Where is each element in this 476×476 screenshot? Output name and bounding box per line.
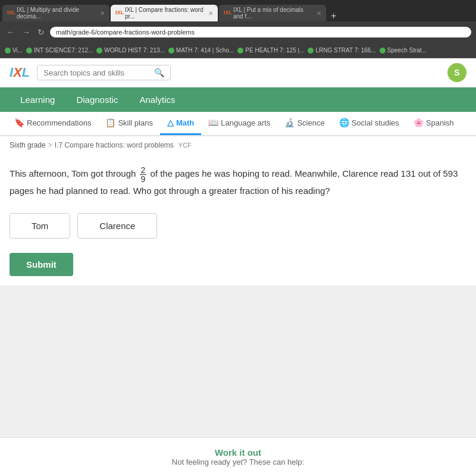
tab-spanish[interactable]: 🌸 Spanish	[406, 112, 461, 135]
breadcrumb-code: YCF	[178, 142, 192, 149]
tab-2-favicon: IXL	[115, 10, 123, 17]
tab-social-studies-label: Social studies	[352, 118, 399, 127]
social-studies-icon: 🌐	[339, 118, 349, 127]
nav-diagnostic[interactable]: Diagnostic	[65, 87, 129, 112]
tab-social-studies[interactable]: 🌐 Social studies	[332, 112, 406, 135]
ixl-header: I X L 🔍 S	[0, 58, 476, 87]
question-text-before: This afternoon, Tom got through	[10, 168, 136, 178]
bookmark-lrng-icon	[308, 48, 314, 54]
nav-analytics[interactable]: Analytics	[129, 87, 186, 112]
bottom-section: Work it out Not feeling ready yet? These…	[0, 437, 476, 476]
tab-1[interactable]: IXL IXL | Multiply and divide decima... …	[2, 5, 109, 21]
bookmark-speech-label: Speech Strat...	[387, 47, 427, 54]
bookmark-vi-label: Vi...	[12, 47, 23, 54]
bookmark-speech[interactable]: Speech Strat...	[380, 47, 427, 54]
bookmark-vi-icon	[5, 48, 11, 54]
tab-language-arts-label: Language arts	[221, 118, 270, 127]
screen: IXL IXL | Multiply and divide decima... …	[0, 0, 476, 476]
ixl-app: I X L 🔍 S Learning Diagnostic Analytics …	[0, 58, 476, 286]
tab-3[interactable]: IXL IXL | Put a mix of decimals and f...…	[219, 5, 326, 21]
language-arts-icon: 📖	[208, 118, 218, 127]
tab-3-close[interactable]: ✕	[317, 10, 321, 17]
breadcrumb: Sixth grade > I.7 Compare fractions: wor…	[0, 136, 476, 154]
main-nav: Learning Diagnostic Analytics	[0, 87, 476, 112]
answer-choices: Tom Clarence	[10, 213, 466, 239]
tab-skill-plans-label: Skill plans	[118, 118, 153, 127]
tab-skill-plans[interactable]: 📋 Skill plans	[98, 112, 160, 135]
spanish-icon: 🌸	[414, 118, 424, 127]
address-bar[interactable]: math/grade-6/compare-fractions-word-prob…	[50, 27, 471, 37]
tab-science-label: Science	[297, 118, 324, 127]
answer-tom[interactable]: Tom	[10, 213, 70, 239]
bookmark-world-hist-label: WORLD HIST 7: 213...	[104, 47, 165, 54]
tab-math-label: Math	[176, 118, 194, 127]
bookmark-speech-icon	[380, 48, 386, 54]
bookmark-int-sci-icon	[26, 48, 32, 54]
work-it-out-link[interactable]: Work it out	[10, 447, 466, 458]
tab-recommendations-label: Recommendations	[27, 118, 91, 127]
tab-science[interactable]: 🔬 Science	[277, 112, 331, 135]
math-icon: △	[167, 118, 174, 127]
breadcrumb-separator: >	[48, 141, 52, 149]
refresh-button[interactable]: ↻	[36, 27, 46, 37]
tab-3-label: IXL | Put a mix of decimals and f...	[233, 7, 312, 20]
address-bar-row: ← → ↻ math/grade-6/compare-fractions-wor…	[0, 21, 476, 43]
nav-learning[interactable]: Learning	[10, 87, 65, 112]
not-ready-text: Not feeling ready yet? These can help:	[10, 458, 466, 466]
forward-button[interactable]: →	[20, 27, 32, 37]
back-button[interactable]: ←	[5, 27, 17, 37]
tab-1-label: IXL | Multiply and divide decima...	[17, 7, 95, 20]
search-input[interactable]	[43, 68, 151, 77]
fraction-denominator: 9	[140, 175, 147, 183]
bookmark-math-icon	[168, 48, 174, 54]
tab-1-favicon: IXL	[7, 10, 14, 17]
tab-math[interactable]: △ Math	[160, 112, 201, 135]
tab-recommendations[interactable]: 🔖 Recommendations	[7, 112, 98, 135]
tab-3-favicon: IXL	[224, 10, 231, 17]
question-text: This afternoon, Tom got through 2 9 of t…	[10, 166, 466, 199]
tab-2[interactable]: IXL IXL | Compare fractions: word pr... …	[111, 5, 218, 21]
question-fraction: 2 9	[140, 166, 147, 183]
avatar: S	[447, 63, 466, 82]
tab-bar: IXL IXL | Multiply and divide decima... …	[0, 0, 476, 21]
question-area: This afternoon, Tom got through 2 9 of t…	[0, 154, 476, 286]
search-icon: 🔍	[154, 68, 164, 77]
bookmark-math[interactable]: MATH 7: 414 | Scho...	[168, 47, 234, 54]
bookmark-math-label: MATH 7: 414 | Scho...	[176, 47, 234, 54]
tab-2-label: IXL | Compare fractions: word pr...	[125, 7, 203, 20]
skill-plans-icon: 📋	[105, 118, 115, 127]
bookmark-vi[interactable]: Vi...	[5, 47, 23, 54]
tab-language-arts[interactable]: 📖 Language arts	[201, 112, 277, 135]
bookmark-lrng-label: LRNG STRAT 7: 166...	[315, 47, 375, 54]
answer-clarence[interactable]: Clarence	[77, 213, 157, 239]
browser-chrome: IXL IXL | Multiply and divide decima... …	[0, 0, 476, 58]
bookmark-pe[interactable]: PE HEALTH 7: 125 |...	[237, 47, 304, 54]
logo-l: L	[22, 65, 30, 80]
bookmark-world-hist-icon	[96, 48, 102, 54]
search-bar[interactable]: 🔍	[37, 65, 171, 80]
recommendations-icon: 🔖	[14, 118, 24, 127]
bookmarks-bar: Vi... INT SCIENCE7: 212... WORLD HIST 7:…	[0, 43, 476, 58]
tab-spanish-label: Spanish	[426, 118, 454, 127]
bookmark-lrng[interactable]: LRNG STRAT 7: 166...	[308, 47, 375, 54]
bookmark-int-sci[interactable]: INT SCIENCE7: 212...	[26, 47, 93, 54]
bookmark-int-sci-label: INT SCIENCE7: 212...	[34, 47, 93, 54]
tab-1-close[interactable]: ✕	[100, 10, 105, 17]
subject-tabs: 🔖 Recommendations 📋 Skill plans △ Math 📖…	[0, 112, 476, 136]
logo-x: X	[13, 65, 22, 80]
bookmark-pe-icon	[237, 48, 243, 54]
fraction-numerator: 2	[140, 166, 147, 175]
tab-2-close[interactable]: ✕	[208, 10, 213, 17]
science-icon: 🔬	[284, 118, 295, 127]
breadcrumb-lesson: I.7 Compare fractions: word problems	[55, 141, 174, 149]
bookmark-world-hist[interactable]: WORLD HIST 7: 213...	[96, 47, 165, 54]
bookmark-pe-label: PE HEALTH 7: 125 |...	[245, 47, 304, 54]
breadcrumb-grade[interactable]: Sixth grade	[10, 141, 46, 149]
new-tab-button[interactable]: +	[327, 11, 340, 21]
submit-button[interactable]: Submit	[10, 253, 73, 276]
ixl-logo: I X L	[10, 65, 30, 80]
